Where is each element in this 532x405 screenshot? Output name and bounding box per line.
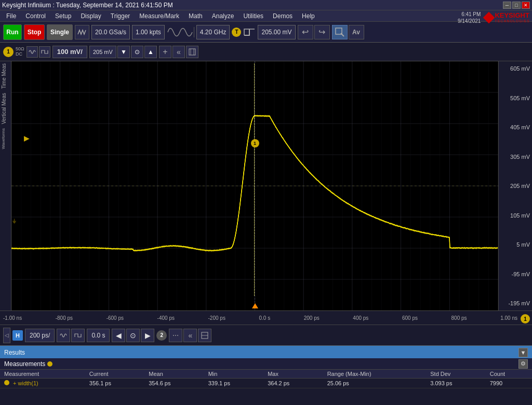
- sine-wave-btn[interactable]: [26, 46, 38, 58]
- meas-count-0: 7990: [486, 379, 532, 388]
- menu-help[interactable]: Help: [298, 11, 319, 21]
- undo-button[interactable]: ↩: [298, 25, 313, 39]
- offset-up-btn[interactable]: ▲: [144, 46, 157, 58]
- col-mean: Mean: [144, 370, 204, 379]
- side-collapse-btn[interactable]: ◁: [3, 328, 10, 343]
- undo-redo-group: ↩ ↪: [298, 25, 330, 39]
- collapse-left-btn[interactable]: «: [172, 46, 185, 58]
- nav-buttons: ◀ ⊙ ▶: [112, 329, 154, 342]
- run-button[interactable]: Run: [3, 24, 22, 40]
- voltage-scale: 605 mV 505 mV 405 mV 305 mV 205 mV 105 m…: [498, 61, 532, 310]
- vertical-meas-label: Vertical Meas: [0, 91, 11, 126]
- results-header-controls: ▼: [518, 348, 528, 357]
- wave-shape-buttons: [26, 46, 50, 58]
- ground-marker: ⏚: [12, 217, 16, 224]
- cursor-line-vertical: [254, 63, 255, 296]
- zoom-button[interactable]: [332, 25, 348, 39]
- svg-line-1: [341, 33, 344, 36]
- waveforms-label: Waveforms: [0, 126, 11, 151]
- nav-center-btn[interactable]: ⊙: [126, 329, 140, 342]
- channel-scale-display: 100 mV/: [52, 46, 87, 58]
- acq-mode-icon[interactable]: [75, 25, 89, 39]
- results-title: Results: [4, 349, 25, 356]
- scale-n195mv: -195 mV: [501, 300, 530, 306]
- date-display: 9/14/2021: [458, 18, 481, 24]
- t-label-3: -400 ps: [157, 315, 175, 321]
- trigger-marker: ▶: [24, 134, 30, 142]
- scale-105mv: 105 mV: [501, 212, 530, 219]
- menu-control[interactable]: Control: [21, 11, 50, 21]
- horiz-num-badge: 2: [156, 330, 167, 341]
- split-btn[interactable]: [198, 329, 211, 342]
- cursor-marker-1: 1: [251, 139, 259, 147]
- nav-right-btn[interactable]: ▶: [141, 329, 154, 342]
- t-label-1: -800 ps: [56, 315, 73, 321]
- t-label-8: 600 ps: [402, 315, 418, 321]
- ground-btn[interactable]: ⊙: [131, 46, 143, 58]
- stop-button[interactable]: Stop: [24, 24, 45, 40]
- menu-display[interactable]: Display: [76, 11, 105, 21]
- brand-sub: TECHNOLOGIES: [495, 19, 530, 23]
- maximize-button[interactable]: □: [512, 2, 521, 9]
- t-label-4: -200 ps: [208, 315, 225, 321]
- cursor-button[interactable]: Av: [349, 25, 364, 39]
- channel-control-bar: 1 50Ω DC 100 mV/ 205 mV ▼ ⊙ ▲ + «: [0, 43, 532, 61]
- t-label-9: 800 ps: [451, 315, 467, 321]
- horiz-wave-btns: [57, 329, 85, 342]
- channel-coupling: DC: [16, 52, 24, 57]
- horiz-square-btn[interactable]: [71, 329, 85, 342]
- menu-measure[interactable]: Measure/Mark: [135, 11, 183, 21]
- menu-analyze[interactable]: Analyze: [208, 11, 238, 21]
- time-axis: -1.00 ns -800 ps -600 ps -400 ps -200 ps…: [0, 310, 532, 325]
- measurements-label: Measurements: [4, 360, 45, 368]
- trigger-voltage-display: 205.00 mV: [258, 25, 295, 39]
- sample-rate-display: 20.0 GSa/s: [91, 25, 130, 39]
- horiz-sine-btn[interactable]: [57, 329, 70, 342]
- add-channel-btn[interactable]: +: [159, 46, 171, 58]
- dots-menu-btn[interactable]: ⋯: [169, 329, 182, 342]
- meas-icon-0: [4, 380, 9, 385]
- meas-stddev-0: 3.093 ps: [426, 379, 485, 388]
- col-current: Current: [85, 370, 144, 379]
- meas-max-0: 364.2 ps: [263, 379, 323, 388]
- redo-button[interactable]: ↪: [314, 25, 330, 39]
- offset-down-btn[interactable]: ▼: [117, 46, 130, 58]
- menu-bar: File Control Setup Display Trigger Measu…: [0, 10, 532, 22]
- toolbar: Run Stop Single 20.0 GSa/s 1.00 kpts 4.2…: [0, 22, 532, 43]
- menu-utilities[interactable]: Utilities: [239, 11, 268, 21]
- header-right: 6:41 PM 9/14/2021 KEYSIGHT TECHNOLOGIES: [458, 11, 530, 24]
- nav-left-btn[interactable]: ◀: [112, 329, 125, 342]
- menu-trigger[interactable]: Trigger: [107, 11, 135, 21]
- horiz-position-display: 0.0 s: [87, 329, 110, 342]
- close-button[interactable]: ✕: [522, 2, 530, 9]
- scope-display[interactable]: ▶ ⏚ 1: [11, 61, 498, 310]
- memory-depth-display: 1.00 kpts: [132, 25, 165, 39]
- col-max: Max: [263, 370, 323, 379]
- channel-info: 50Ω DC: [16, 47, 24, 57]
- scale-305mv: 305 mV: [501, 154, 530, 160]
- col-measurement: Measurement: [0, 370, 85, 379]
- extra-horiz-btns: ⋯ «: [169, 329, 211, 342]
- minimize-button[interactable]: ─: [503, 2, 511, 9]
- col-count: Count: [486, 370, 532, 379]
- trigger-position-marker: [252, 303, 258, 308]
- single-button[interactable]: Single: [47, 24, 73, 40]
- square-wave-btn[interactable]: [39, 46, 50, 58]
- collapse-right-btn[interactable]: «: [183, 329, 197, 342]
- zoom-fit-btn[interactable]: [186, 46, 198, 58]
- oscilloscope-main: Time Meas Vertical Meas Waveforms ▶ ⏚ 1 …: [0, 61, 532, 310]
- results-settings-btn[interactable]: ⚙: [518, 359, 528, 369]
- meas-mean-0: 354.6 ps: [144, 379, 204, 388]
- menu-demos[interactable]: Demos: [269, 11, 297, 21]
- svg-rect-2: [189, 49, 195, 55]
- menu-math[interactable]: Math: [184, 11, 207, 21]
- logo-text: KEYSIGHT TECHNOLOGIES: [495, 12, 530, 23]
- offset-display: 205 mV: [89, 46, 116, 58]
- scale-205mv: 205 mV: [501, 183, 530, 189]
- menu-setup[interactable]: Setup: [51, 11, 75, 21]
- t-label-7: 400 ps: [353, 315, 368, 321]
- frequency-display: 4.20 GHz: [196, 25, 230, 39]
- menu-file[interactable]: File: [2, 11, 20, 21]
- results-chevron-btn[interactable]: ▼: [518, 348, 528, 357]
- meas-name-0: + width(1): [0, 379, 85, 388]
